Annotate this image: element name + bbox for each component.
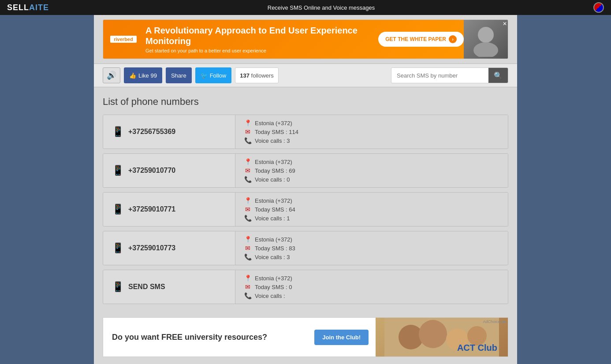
calls-detail: 📞 Voice calls : 3 (244, 253, 499, 260)
mobile-phone-icon: 📱 (112, 126, 124, 137)
page-title: List of phone numbers (103, 96, 508, 108)
ad-headline: A Revolutionary Approach to End User Exp… (145, 25, 369, 46)
act-club-logo: ACT Club (450, 343, 504, 353)
ad-bottom-inner: AdChoices ▶ Do you want FREE university … (103, 317, 508, 357)
location-icon: 📍 (244, 119, 251, 126)
fb-share-label: Share (171, 72, 186, 79)
logo-aite: AITE (29, 3, 49, 12)
ad-bottom-headline: Do you want FREE university resources? (112, 333, 306, 342)
phone-number-link-1[interactable]: 📱 +37259010770 (103, 154, 235, 187)
calls-value: Voice calls : 1 (255, 215, 290, 222)
phone-number-value: +37259010771 (128, 205, 175, 213)
svg-point-0 (478, 27, 494, 43)
search-area: 🔍 (391, 67, 508, 83)
sms-value: Today SMS : 64 (255, 206, 295, 213)
phone-details-2: 📍 Estonia (+372) ✉ Today SMS : 64 📞 Voic… (235, 193, 508, 226)
send-sms-row: 📱 SEND SMS 📍 Estonia (+372) ✉ Today SMS … (103, 270, 508, 304)
phone-number-link-2[interactable]: 📱 +37259010771 (103, 193, 235, 226)
sms-value: Today SMS : 83 (255, 245, 295, 252)
country-detail: 📍 Estonia (+372) (244, 158, 499, 165)
phone-number-value: +37259010773 (128, 244, 175, 252)
ad-close-icon[interactable]: ✕ (503, 21, 507, 27)
search-icon: 🔍 (494, 72, 503, 79)
country-value: Estonia (+372) (255, 275, 292, 282)
location-icon: 📍 (244, 197, 251, 204)
sms-icon: ✉ (244, 245, 251, 252)
location-icon: 📍 (244, 275, 251, 282)
table-row: 📱 +37259010771 📍 Estonia (+372) ✉ Today … (103, 192, 508, 227)
mobile-phone-icon: 📱 (112, 281, 124, 293)
table-row: 📱 +37256755369 📍 Estonia (+372) ✉ Today … (103, 115, 508, 149)
send-sms-link[interactable]: 📱 SEND SMS (103, 270, 235, 304)
ad-image (464, 19, 508, 59)
sound-button[interactable]: 🔊 (103, 67, 120, 83)
search-input[interactable] (391, 70, 488, 82)
phone-details-1: 📍 Estonia (+372) ✉ Today SMS : 69 📞 Voic… (235, 154, 508, 187)
phone-icon: 📞 (244, 215, 251, 222)
sms-value: Today SMS : 69 (255, 167, 295, 174)
sms-detail: ✉ Today SMS : 64 (244, 206, 499, 213)
logo-sell: SELL (7, 3, 29, 12)
ad-subtext: Get started on your path to a better end… (145, 48, 369, 53)
facebook-like-button[interactable]: 👍 Like 99 (124, 67, 162, 83)
country-detail: 📍 Estonia (+372) (244, 236, 499, 243)
ad-banner-top: riverbed A Revolutionary Approach to End… (94, 15, 517, 63)
ad-text-block: A Revolutionary Approach to End User Exp… (137, 25, 378, 53)
sms-detail: ✉ Today SMS : 83 (244, 245, 499, 252)
toolbar: 🔊 👍 Like 99 Share 🐦 Follow 137 followers… (94, 63, 517, 87)
location-icon: 📍 (244, 158, 251, 165)
language-flag[interactable] (593, 2, 604, 13)
ad-cta-button[interactable]: GET THE WHITE PAPER › (378, 32, 464, 47)
facebook-share-button[interactable]: Share (166, 67, 192, 83)
twitter-follow-button[interactable]: 🐦 Follow (195, 67, 232, 83)
followers-count: 137 (240, 72, 250, 79)
sms-detail: ✉ Today SMS : 114 (244, 128, 499, 135)
calls-detail: 📞 Voice calls : (244, 292, 499, 299)
sms-icon: ✉ (244, 283, 251, 290)
send-sms-label: SEND SMS (128, 283, 165, 291)
country-value: Estonia (+372) (255, 236, 292, 243)
phone-number-link-0[interactable]: 📱 +37256755369 (103, 115, 235, 149)
calls-detail: 📞 Voice calls : 1 (244, 215, 499, 222)
sms-icon: ✉ (244, 206, 251, 213)
followers-badge: 137 followers (235, 67, 279, 83)
ad-banner-bottom: AdChoices ▶ Do you want FREE university … (94, 317, 517, 361)
sms-value: Today SMS : 0 (255, 284, 292, 290)
table-row: 📱 +37259010770 📍 Estonia (+372) ✉ Today … (103, 153, 508, 188)
phone-icon: 📞 (244, 137, 251, 144)
followers-label: followers (251, 72, 274, 79)
ad-cta-label: GET THE WHITE PAPER (385, 36, 446, 42)
act-club-sub: Club (478, 343, 497, 353)
country-value: Estonia (+372) (255, 120, 292, 126)
country-value: Estonia (+372) (255, 159, 292, 165)
ad-join-label: Join the Club! (322, 334, 361, 341)
logo: SELLAITE (7, 3, 49, 12)
phone-number-link-3[interactable]: 📱 +37259010773 (103, 231, 235, 265)
thumbs-up-icon: 👍 (129, 72, 136, 79)
ad-choices-icon: ▶ (503, 319, 506, 324)
fb-like-label: Like 99 (138, 72, 157, 79)
ad-inner: riverbed A Revolutionary Approach to End… (103, 19, 508, 59)
calls-value: Voice calls : 3 (255, 254, 290, 260)
ad-cta-arrow-icon: › (449, 35, 457, 43)
tagline: Receive SMS Online and Voice messages (49, 4, 593, 11)
search-button[interactable]: 🔍 (488, 67, 508, 83)
country-detail: 📍 Estonia (+372) (244, 197, 499, 204)
phone-icon: 📞 (244, 292, 251, 299)
ad-choices-label: AdChoices ▶ (483, 319, 506, 324)
ad-join-button[interactable]: Join the Club! (314, 330, 369, 345)
country-detail: 📍 Estonia (+372) (244, 119, 499, 126)
phone-details-0: 📍 Estonia (+372) ✉ Today SMS : 114 📞 Voi… (235, 115, 508, 149)
svg-point-4 (419, 320, 447, 348)
sms-icon: ✉ (244, 128, 251, 135)
ad-bottom-text: Do you want FREE university resources? (103, 326, 314, 349)
mobile-phone-icon: 📱 (112, 242, 124, 254)
sound-icon: 🔊 (107, 71, 116, 80)
mobile-phone-icon: 📱 (112, 204, 124, 215)
phone-icon: 📞 (244, 176, 251, 183)
sms-detail: ✉ Today SMS : 0 (244, 283, 499, 290)
sms-icon: ✉ (244, 167, 251, 174)
phone-number-value: +37259010770 (128, 167, 175, 175)
send-sms-details: 📍 Estonia (+372) ✉ Today SMS : 0 📞 Voice… (235, 270, 508, 304)
svg-point-1 (473, 42, 498, 57)
